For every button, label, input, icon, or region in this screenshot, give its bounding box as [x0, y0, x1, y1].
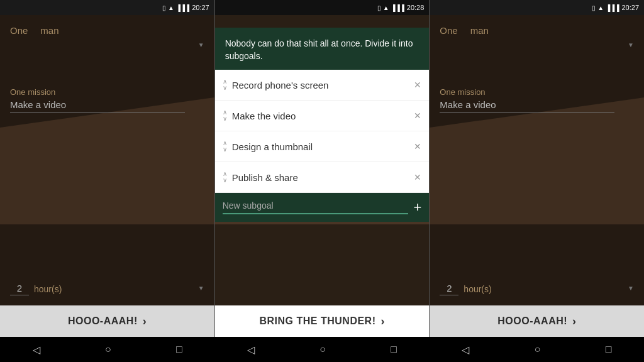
mid-screen: ▯ ▲ ▐▐▐ 20:28 Nobody can do that shit al… — [215, 0, 430, 337]
battery-icon-right: ▯ — [592, 4, 596, 11]
status-icons-left: ▯ ▲ ▐▐▐ — [162, 4, 189, 11]
nav-recent-right[interactable]: □ — [606, 344, 612, 355]
hours-section-right: 2 hour(s) — [440, 283, 634, 295]
hooo-btn-text-right: HOOO-AAAH! — [497, 315, 567, 327]
card-left: One man ▼ One mission Make a video 2 hou… — [0, 15, 214, 337]
subgoal-item-1: ∧ ∨ Make the video ✕ — [215, 101, 430, 131]
status-bar-right: ▯ ▲ ▐▐▐ 20:27 — [430, 0, 644, 15]
wifi-icon-right: ▲ — [597, 4, 604, 11]
subgoal-arrows-0[interactable]: ∧ ∨ — [223, 79, 227, 91]
wifi-icon: ▲ — [168, 4, 174, 11]
nav-home-right[interactable]: ○ — [535, 344, 541, 355]
subgoal-text-2: Design a thumbnail — [232, 141, 409, 152]
mission-section-right: One mission Make a video — [440, 87, 634, 113]
subgoals-overlay: Nobody can do that shit all at once. Div… — [215, 28, 430, 222]
add-subgoal-button[interactable]: + — [413, 199, 421, 216]
subgoal-arrows-3[interactable]: ∧ ∨ — [223, 171, 227, 184]
status-icons-right: ▯ ▲ ▐▐▐ — [592, 4, 619, 11]
subgoal-item-0: ∧ ∨ Record phone's screen ✕ — [215, 70, 430, 101]
app-content-mid: Nobody can do that shit all at once. Div… — [215, 15, 430, 337]
subgoal-item-3: ∧ ∨ Publish & share ✕ — [215, 162, 430, 193]
status-icons-mid: ▯ ▲ ▐▐▐ — [377, 4, 404, 11]
thunder-btn[interactable]: BRING THE THUNDER! › — [215, 305, 430, 337]
hours-label-right: hour(s) — [464, 284, 491, 294]
signal-icon-mid: ▐▐▐ — [391, 4, 404, 11]
hours-value-left: 2 — [10, 283, 29, 295]
spinner-left: ▼ — [198, 41, 204, 48]
one-man-right: One man — [440, 25, 634, 36]
hours-label-left: hour(s) — [34, 284, 62, 294]
spinner2-left: ▼ — [198, 285, 204, 292]
chevron-left: › — [143, 315, 147, 328]
mission-label-left: One mission — [10, 87, 204, 97]
nav-back-right[interactable]: ◁ — [462, 344, 469, 356]
new-subgoal-input[interactable] — [223, 200, 409, 214]
nav-recent-mid[interactable]: □ — [391, 344, 397, 355]
left-screen: ▯ ▲ ▐▐▐ 20:27 One man ▼ One mission — [0, 0, 214, 337]
subgoal-text-0: Record phone's screen — [232, 80, 409, 90]
hours-section-left: 2 hour(s) — [10, 283, 204, 295]
hooo-btn-text-left: HOOO-AAAH! — [68, 315, 138, 327]
mission-value-left: Make a video — [10, 99, 185, 113]
nav-back-left[interactable]: ◁ — [33, 344, 40, 356]
status-bar-mid: ▯ ▲ ▐▐▐ 20:28 — [215, 0, 430, 15]
spinner2-right: ▼ — [628, 285, 634, 292]
new-subgoal-row: + — [215, 193, 430, 222]
overlay-header: Nobody can do that shit all at once. Div… — [215, 28, 430, 70]
app-content-left: One man ▼ One mission Make a video 2 hou… — [0, 15, 214, 337]
thunder-btn-text: BRING THE THUNDER! — [260, 315, 376, 327]
right-screen: ▯ ▲ ▐▐▐ 20:27 One man ▼ One mission — [430, 0, 644, 337]
battery-icon-mid: ▯ — [377, 4, 381, 11]
hours-value-right: 2 — [440, 283, 458, 295]
status-bar-left: ▯ ▲ ▐▐▐ 20:27 — [0, 0, 214, 15]
down-arrow-2[interactable]: ∨ — [223, 146, 227, 153]
nav-home-left[interactable]: ○ — [105, 344, 111, 355]
subgoal-text-1: Make the video — [232, 111, 409, 121]
nav-back-mid[interactable]: ◁ — [247, 344, 255, 356]
nav-section-right: ◁ ○ □ — [430, 344, 644, 356]
subgoal-item-2: ∧ ∨ Design a thumbnail ✕ — [215, 131, 430, 162]
wifi-icon-mid: ▲ — [383, 4, 389, 11]
chevron-mid: › — [381, 315, 385, 328]
subgoal-arrows-1[interactable]: ∧ ∨ — [223, 109, 227, 122]
signal-icon: ▐▐▐ — [176, 4, 189, 11]
man-label-left: man — [40, 25, 58, 36]
hooo-btn-right[interactable]: HOOO-AAAH! › — [430, 305, 644, 337]
mission-label-right: One mission — [440, 87, 634, 97]
subgoal-close-1[interactable]: ✕ — [414, 111, 421, 121]
subgoal-arrows-2[interactable]: ∧ ∨ — [223, 140, 227, 153]
time-mid: 20:28 — [407, 4, 425, 11]
nav-section-mid: ◁ ○ □ — [214, 344, 429, 356]
down-arrow-0[interactable]: ∨ — [223, 85, 227, 91]
chevron-right: › — [572, 315, 576, 328]
subgoal-close-3[interactable]: ✕ — [414, 172, 421, 182]
mission-value-right: Make a video — [440, 99, 614, 113]
down-arrow-1[interactable]: ∨ — [223, 116, 227, 122]
nav-recent-left[interactable]: □ — [176, 344, 182, 355]
overlay-header-text: Nobody can do that shit all at once. Div… — [225, 38, 413, 61]
subgoal-text-3: Publish & share — [232, 172, 409, 183]
nav-home-mid[interactable]: ○ — [319, 344, 326, 355]
signal-icon-right: ▐▐▐ — [606, 4, 619, 11]
app-content-right: One man ▼ One mission Make a video 2 hou… — [430, 15, 644, 337]
spinner-right: ▼ — [628, 41, 634, 48]
android-nav: ◁ ○ □ ◁ ○ □ ◁ ○ □ — [0, 337, 644, 362]
subgoal-close-0[interactable]: ✕ — [414, 80, 421, 90]
time-left: 20:27 — [192, 4, 209, 11]
time-right: 20:27 — [621, 4, 639, 11]
card-right: One man ▼ One mission Make a video 2 hou… — [430, 15, 644, 337]
battery-icon: ▯ — [162, 4, 166, 11]
mission-section-left: One mission Make a video — [10, 87, 204, 113]
hooo-btn-left[interactable]: HOOO-AAAH! › — [0, 305, 214, 337]
one-label-right: One — [440, 25, 457, 36]
one-label-left: One — [10, 25, 28, 36]
nav-section-left: ◁ ○ □ — [0, 344, 214, 356]
down-arrow-3[interactable]: ∨ — [223, 177, 227, 184]
man-label-right: man — [470, 25, 489, 36]
subgoal-close-2[interactable]: ✕ — [414, 141, 421, 151]
one-man-left: One man — [10, 25, 204, 36]
